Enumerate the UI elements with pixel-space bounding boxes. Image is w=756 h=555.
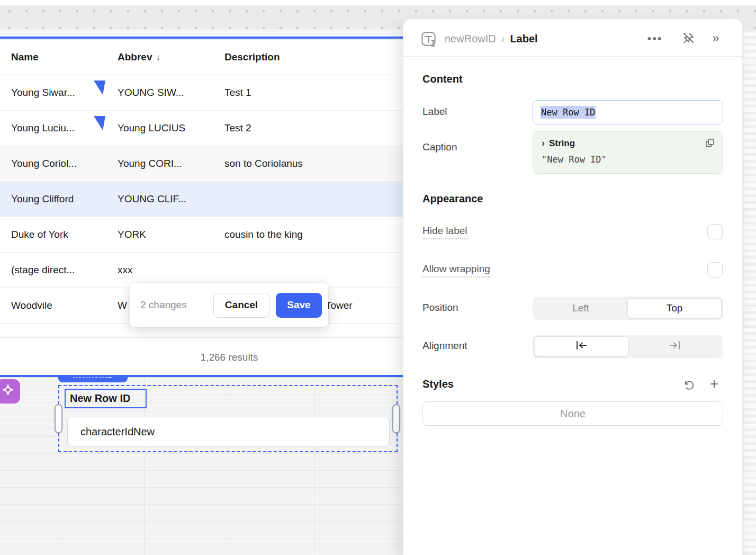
cancel-button[interactable]: Cancel [213,293,269,318]
table-row[interactable]: Duke of York YORK cousin to the king [0,217,458,253]
cell-name: Young Coriol... [0,158,118,169]
copy-icon[interactable] [705,138,715,150]
collapse-panel-icon[interactable]: » [707,30,724,47]
breadcrumb-separator-icon: › [501,33,505,45]
sort-descending-icon[interactable]: ↓ [156,52,160,62]
inspector-panel: newRowID › Label ••• » Content Label New… [403,19,742,555]
resize-handle-left[interactable] [55,404,62,433]
hide-label-field-name: Hide label [422,225,467,239]
save-button[interactable]: Save [276,293,322,318]
text-input-component[interactable]: characterIdNew [67,417,390,446]
unsaved-changes-popup: 2 changes Cancel Save [130,283,328,327]
section-title-appearance: Appearance [422,193,483,205]
alignment-segmented-control [533,335,723,358]
inspector-header: newRowID › Label ••• » [403,19,742,57]
cell-name: Young Clifford [0,193,118,205]
section-divider [403,181,742,181]
cell-abbrev: YOUNG CLIF... [118,193,224,205]
cell-abbrev: Young CORI... [118,158,224,169]
styles-none-value[interactable]: None [422,401,723,426]
hide-label-checkbox[interactable] [707,224,723,239]
breadcrumb-component[interactable]: newRowID [445,33,496,45]
table-header-row: Name Abbrev↓ Description [0,39,458,75]
table-row[interactable]: Young Coriol... Young CORI... son to Cor… [0,146,458,182]
cell-name: (stage direct... [0,264,118,276]
pin-slash-icon[interactable] [680,30,697,47]
resize-handle-right[interactable] [392,404,400,433]
label-input-value: New Row ID [541,106,596,119]
table-row[interactable]: Young Clifford YOUNG CLIF... [0,182,458,217]
alignment-field-name: Alignment [422,340,467,352]
allow-wrapping-field-name: Allow wrapping [422,263,490,278]
label-field-name: Label [422,106,447,118]
align-left-icon [574,340,588,353]
top-margin [0,0,756,5]
ai-magic-button[interactable] [0,379,20,404]
section-title-styles: Styles [422,378,454,390]
results-count: 1,266 results [201,352,258,363]
column-header-abbrev[interactable]: Abbrev↓ [118,51,224,63]
align-left-option[interactable] [534,336,628,356]
more-menu-icon[interactable]: ••• [643,31,667,47]
text-input-label-selected[interactable]: New Row ID [65,389,147,408]
table-footer: 1,266 results [0,337,458,377]
cell-abbrev: YORK [118,229,224,240]
app-editor-screen: newRowID New Row ID characterIdNew Name … [0,0,756,555]
reset-styles-icon[interactable] [682,378,697,393]
text-input-icon [421,32,437,50]
grid-column-line [398,377,398,555]
caption-code-editor[interactable]: ›String "New Row ID" [533,131,723,174]
allow-wrapping-checkbox[interactable] [707,262,723,278]
position-option-top[interactable]: Top [627,298,722,318]
position-segmented-control: Left Top [533,297,723,320]
frame-boundary-top [0,37,458,39]
align-right-icon [668,340,682,353]
table-row[interactable]: Young Luciu... Young LUCIUS Test 2 [0,111,458,146]
section-divider [403,371,742,371]
cell-abbrev: YOUNG SIW... [118,87,224,99]
section-title-content: Content [422,73,463,85]
changes-count: 2 changes [140,299,213,311]
align-right-option[interactable] [628,336,722,356]
cell-name: Woodvile [0,300,118,311]
right-canvas-strip [742,29,756,555]
table-row[interactable]: Young Siwar... YOUNG SIW... Test 1 [0,75,458,111]
breadcrumb-selection: Label [510,33,537,45]
add-style-icon[interactable]: + [706,376,722,392]
label-input[interactable]: New Row ID [533,100,723,124]
sparkle-icon [1,383,15,399]
frame-boundary-bottom [0,375,458,377]
cell-abbrev: Young LUCIUS [118,122,224,134]
cell-abbrev: xxx [118,264,224,276]
caption-field-name: Caption [422,141,457,153]
position-option-left[interactable]: Left [534,298,627,318]
column-header-name[interactable]: Name [0,51,118,63]
evaluated-value: "New Row ID" [542,154,607,165]
cell-name: Duke of York [0,229,118,240]
breadcrumb: newRowID › Label [445,33,538,45]
position-field-name: Position [422,302,458,314]
expand-chevron-icon[interactable]: › [542,138,545,148]
evaluated-type[interactable]: ›String [542,138,575,149]
